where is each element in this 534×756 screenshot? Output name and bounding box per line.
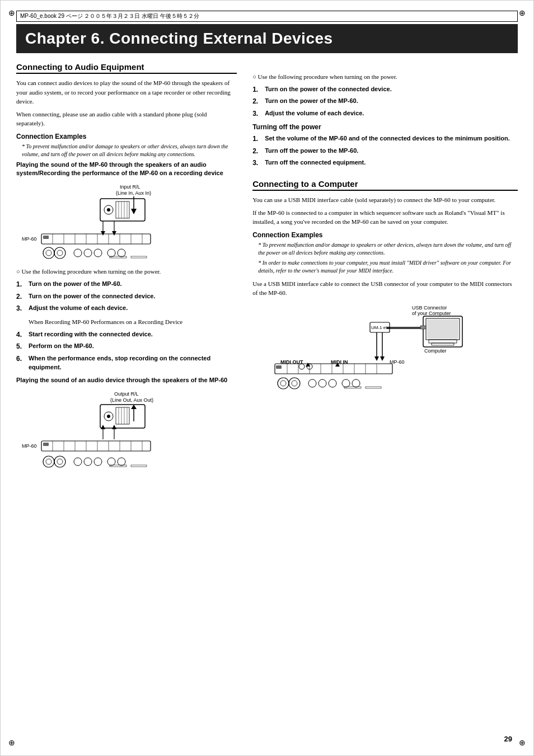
svg-point-4 xyxy=(107,208,110,212)
svg-point-64 xyxy=(57,459,63,464)
note1-left: To prevent malfunction and/or damage to … xyxy=(22,143,237,158)
svg-rect-80 xyxy=(420,326,426,329)
svg-marker-88 xyxy=(380,356,385,361)
svg-point-69 xyxy=(118,458,125,466)
section1-title: Connecting to Audio Equipment xyxy=(16,62,237,74)
note1-right: To prevent malfunction and/or damage to … xyxy=(258,241,518,257)
svg-rect-60 xyxy=(43,443,49,446)
connection-examples-title-2: Connection Examples xyxy=(252,231,518,239)
steps-on-list-2: 4. Start recording with the connected de… xyxy=(16,330,237,372)
list-item: 1. Set the volume of the MP-60 and of th… xyxy=(252,134,518,144)
diag2-mp60-label: MP-60 xyxy=(22,443,37,449)
svg-point-68 xyxy=(107,458,115,466)
diag1-mp60-label: MP-60 xyxy=(22,236,37,242)
svg-rect-75 xyxy=(429,340,457,343)
svg-rect-76 xyxy=(432,343,454,345)
note2-right: In order to make connections to your com… xyxy=(258,259,518,275)
svg-rect-117 xyxy=(366,387,381,388)
step-text: Set the volume of the MP-60 and of the c… xyxy=(265,134,510,144)
step-text: Perform on the MP-60. xyxy=(29,342,94,351)
svg-rect-104 xyxy=(276,365,282,369)
svg-rect-35 xyxy=(131,256,147,258)
svg-point-65 xyxy=(74,458,82,466)
usb-text: Use a USB MIDI interface cable to connec… xyxy=(252,279,518,298)
svg-marker-49 xyxy=(112,425,116,429)
list-item: 3. Adjust the volume of each device. xyxy=(16,304,237,313)
svg-point-32 xyxy=(107,249,115,257)
svg-rect-74 xyxy=(427,320,458,339)
svg-point-62 xyxy=(46,459,51,464)
section2-intro: You can use a USB MIDI interface cable (… xyxy=(252,195,518,205)
step-num: 4. xyxy=(16,330,29,340)
step-num: 1. xyxy=(252,85,265,95)
list-item: 1. Turn on the power of the connected de… xyxy=(252,85,518,95)
step-text: Turn on the power of the MP-60. xyxy=(29,280,122,289)
steps-off-right: 1. Set the volume of the MP-60 and of th… xyxy=(252,134,518,168)
svg-rect-94 xyxy=(275,364,392,374)
right-column: Use the following procedure when turning… xyxy=(247,62,518,477)
svg-point-25 xyxy=(43,247,54,259)
step-text: Turn on the power of the connected devic… xyxy=(29,292,156,302)
svg-point-31 xyxy=(94,249,102,257)
page-number: 29 xyxy=(504,735,512,743)
step-num: 2. xyxy=(252,147,265,156)
diagram1-svg: Input R/L (Line In, Aux In) xyxy=(16,182,167,260)
list-item: 2. Turn on the power of the MP-60. xyxy=(252,97,518,106)
list-item: 5. Perform on the MP-60. xyxy=(16,342,237,351)
step-num: 1. xyxy=(16,280,29,289)
diagram2-svg: Output R/L (Line Out, Aux Out) xyxy=(16,389,167,470)
diagram2: Output R/L (Line Out, Aux Out) xyxy=(16,389,237,472)
section1-intro2: When connecting, please use an audio cab… xyxy=(16,110,237,128)
step-num: 3. xyxy=(16,304,29,313)
step-text: Turn off the power to the MP-60. xyxy=(265,147,358,156)
step-num: 5. xyxy=(16,342,29,351)
svg-text:UM-1 etc.: UM-1 etc. xyxy=(371,325,391,330)
list-item: 2. Turn on the power of the connected de… xyxy=(16,292,237,302)
svg-marker-87 xyxy=(374,356,379,361)
step-text: When the performance ends, stop recordin… xyxy=(29,354,237,372)
svg-marker-37 xyxy=(131,405,137,409)
left-column: Connecting to Audio Equipment You can co… xyxy=(16,62,247,477)
svg-point-33 xyxy=(118,249,125,257)
page-wrapper: ⊕ ⊕ ⊕ ⊕ MP-60_e.book 29 ページ ２００５年３月２３日 水… xyxy=(0,0,534,756)
svg-point-30 xyxy=(84,249,92,257)
list-item: 2. Turn off the power to the MP-60. xyxy=(252,147,518,156)
diag1-linein-label: (Line In, Aux In) xyxy=(116,190,151,196)
chapter-title: Chapter 6. Connecting External Devices xyxy=(25,30,509,48)
playing-title-2: Playing the sound of an audio device thr… xyxy=(16,376,237,384)
diag2-lineout-label: (Line Out, Aux Out) xyxy=(110,397,153,403)
circle-bullet-right: Use the following procedure when turning… xyxy=(252,72,518,82)
svg-point-28 xyxy=(57,250,63,256)
svg-point-108 xyxy=(280,381,286,386)
connection-examples-title-1: Connection Examples xyxy=(16,133,237,140)
diag2-output-label: Output R/L xyxy=(114,391,139,397)
corner-mark-tl: ⊕ xyxy=(8,8,15,18)
svg-marker-1 xyxy=(131,209,137,214)
list-item: 3. Turn off the connected equipment. xyxy=(252,158,518,168)
svg-marker-12 xyxy=(101,231,105,236)
svg-point-112 xyxy=(318,379,326,387)
corner-mark-tr: ⊕ xyxy=(519,8,526,18)
corner-mark-bl: ⊕ xyxy=(8,738,15,748)
svg-rect-24 xyxy=(43,236,49,239)
svg-text:Computer: Computer xyxy=(424,348,447,354)
step-num: 2. xyxy=(16,292,29,302)
step-text: Adjust the volume of each device. xyxy=(29,304,128,313)
section1-intro: You can connect audio devices to play th… xyxy=(16,78,237,106)
svg-rect-5 xyxy=(116,201,129,218)
step-text: Turn off the connected equipment. xyxy=(265,158,366,168)
diagram3-svg: Computer USB Connector of your Computer … xyxy=(252,302,488,392)
list-item: 4. Start recording with the connected de… xyxy=(16,330,237,340)
svg-rect-41 xyxy=(116,407,129,424)
playing-title-1: Playing the sound of the MP-60 through t… xyxy=(16,161,237,178)
svg-point-113 xyxy=(329,379,336,387)
list-item: 6. When the performance ends, stop recor… xyxy=(16,354,237,372)
diagram1: Input R/L (Line In, Aux In) xyxy=(16,182,237,262)
svg-rect-14 xyxy=(41,234,151,244)
circle-bullet-left: Use the following procedure when turning… xyxy=(16,267,237,276)
svg-point-27 xyxy=(54,247,65,259)
list-item: 1. Turn on the power of the MP-60. xyxy=(16,280,237,289)
turning-off-title: Turning off the power xyxy=(252,123,518,131)
step-text: Turn on the power of the connected devic… xyxy=(265,85,392,95)
svg-point-107 xyxy=(278,378,289,389)
